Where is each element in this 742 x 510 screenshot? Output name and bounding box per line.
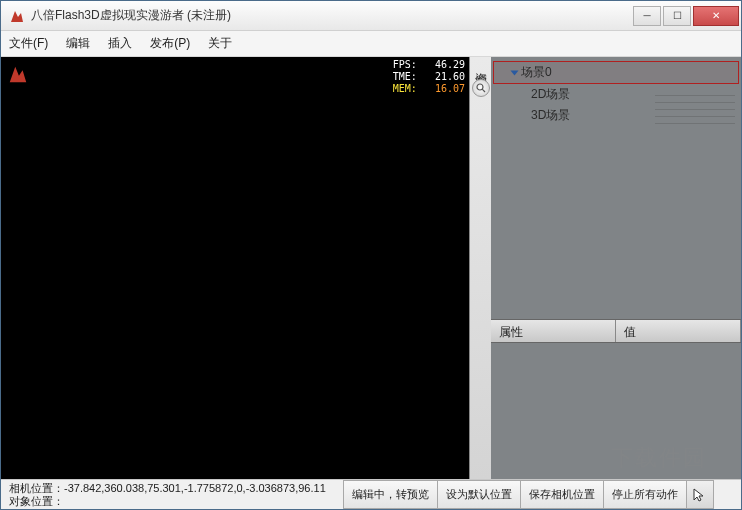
property-header: 属性 值	[491, 319, 741, 343]
property-body[interactable]	[491, 343, 741, 479]
camera-pos-value: -37.842,360.038,75.301,-1.775872,0,-3.03…	[64, 482, 326, 494]
cursor-icon	[686, 480, 714, 509]
fps-label: FPS:	[393, 59, 417, 71]
app-logo-icon	[7, 63, 29, 85]
statusbar: 相机位置：-37.842,360.038,75.301,-1.775872,0,…	[1, 479, 741, 509]
window-title: 八倍Flash3D虚拟现实漫游者 (未注册)	[31, 7, 631, 24]
prop-col-value[interactable]: 值	[616, 320, 741, 342]
maximize-button[interactable]: ☐	[663, 6, 691, 26]
app-window: 八倍Flash3D虚拟现实漫游者 (未注册) ─ ☐ ✕ 文件(F) 编辑 插入…	[0, 0, 742, 510]
property-panel: 属性 值	[491, 319, 741, 479]
tree-3d-label: 3D场景	[531, 108, 570, 122]
set-default-button[interactable]: 设为默认位置	[437, 480, 521, 509]
menu-about[interactable]: 关于	[208, 35, 232, 52]
mem-value: 16.07	[435, 83, 465, 95]
stop-anim-button[interactable]: 停止所有动作	[603, 480, 687, 509]
fps-value: 46.29	[435, 59, 465, 71]
tree-root-label: 场景0	[521, 65, 552, 79]
camera-pos-label: 相机位置：	[9, 482, 64, 494]
tree-decoration	[655, 89, 735, 149]
expand-icon[interactable]	[511, 70, 519, 75]
menu-file[interactable]: 文件(F)	[9, 35, 48, 52]
status-info: 相机位置：-37.842,360.038,75.301,-1.775872,0,…	[1, 480, 343, 509]
menu-edit[interactable]: 编辑	[66, 35, 90, 52]
tree-2d-label: 2D场景	[531, 87, 570, 101]
workarea: FPS:46.29 TME:21.60 MEM:16.07 资源列表 场景0 2…	[1, 57, 741, 479]
menu-insert[interactable]: 插入	[108, 35, 132, 52]
minimize-button[interactable]: ─	[633, 6, 661, 26]
tme-label: TME:	[393, 71, 417, 83]
scene-tree[interactable]: 场景0 2D场景 3D场景	[491, 57, 741, 319]
mem-label: MEM:	[393, 83, 417, 95]
side-panel: 场景0 2D场景 3D场景 属性 值	[491, 57, 741, 479]
app-icon	[9, 8, 25, 24]
viewport-3d[interactable]: FPS:46.29 TME:21.60 MEM:16.07	[1, 57, 469, 479]
object-pos-label: 对象位置：	[9, 495, 64, 507]
tree-root-scene[interactable]: 场景0	[493, 61, 739, 84]
search-icon[interactable]	[472, 79, 490, 97]
render-stats: FPS:46.29 TME:21.60 MEM:16.07	[393, 59, 465, 95]
prop-col-name[interactable]: 属性	[491, 320, 616, 342]
menu-publish[interactable]: 发布(P)	[150, 35, 190, 52]
tme-value: 21.60	[435, 71, 465, 83]
status-buttons: 编辑中，转预览 设为默认位置 保存相机位置 停止所有动作	[343, 480, 741, 509]
close-button[interactable]: ✕	[693, 6, 739, 26]
resource-rail[interactable]: 资源列表	[469, 57, 491, 479]
window-controls: ─ ☐ ✕	[631, 6, 739, 26]
svg-line-1	[482, 89, 485, 92]
svg-point-0	[477, 84, 483, 90]
titlebar[interactable]: 八倍Flash3D虚拟现实漫游者 (未注册) ─ ☐ ✕	[1, 1, 741, 31]
save-camera-button[interactable]: 保存相机位置	[520, 480, 604, 509]
resource-rail-label: 资源列表	[472, 63, 489, 71]
menubar: 文件(F) 编辑 插入 发布(P) 关于	[1, 31, 741, 57]
preview-toggle-button[interactable]: 编辑中，转预览	[343, 480, 438, 509]
